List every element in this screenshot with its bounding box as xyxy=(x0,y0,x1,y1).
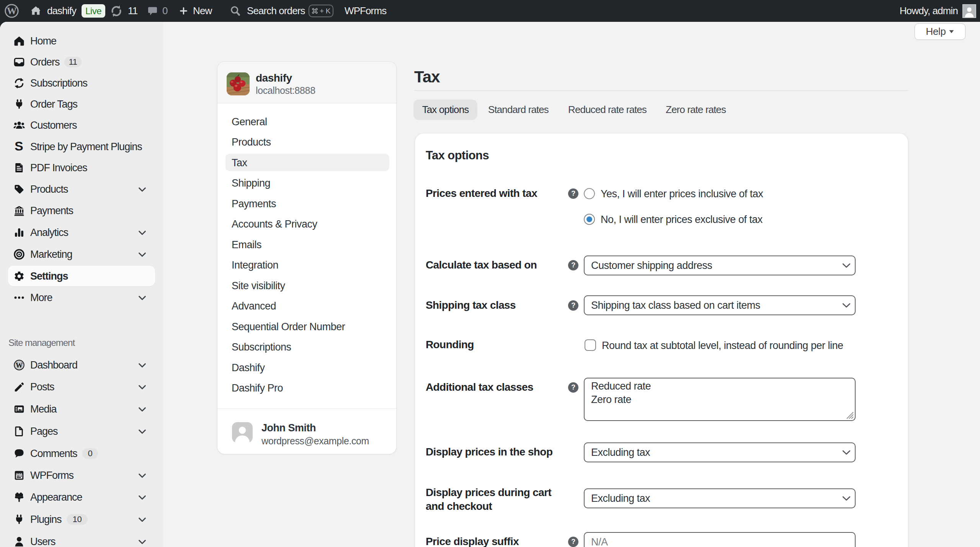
svg-text:W: W xyxy=(16,361,23,369)
svg-text:W: W xyxy=(7,5,17,16)
